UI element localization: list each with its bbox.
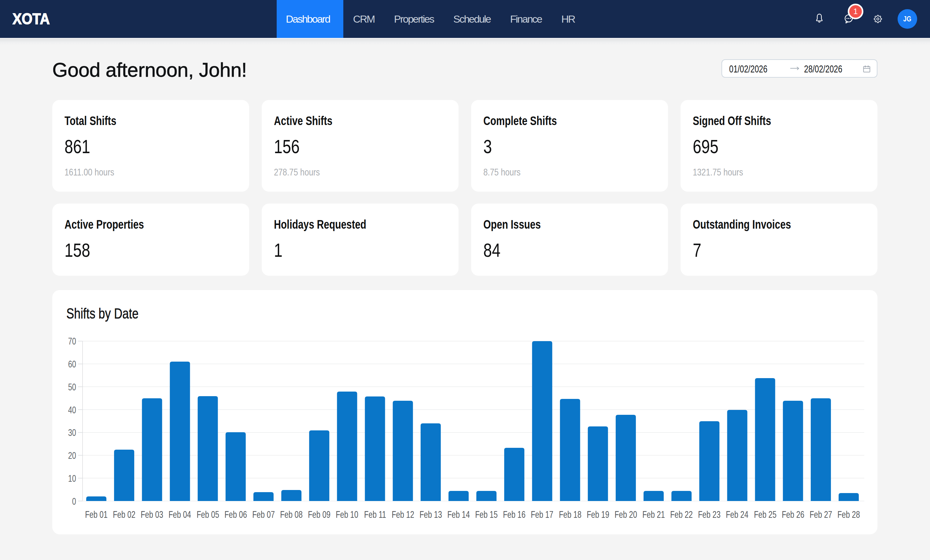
svg-text:Feb 13: Feb 13	[419, 509, 442, 520]
svg-text:Feb 06: Feb 06	[225, 509, 247, 520]
svg-text:Feb 09: Feb 09	[308, 509, 331, 520]
svg-text:Feb 24: Feb 24	[726, 509, 748, 520]
svg-text:Feb 03: Feb 03	[141, 509, 163, 520]
svg-text:Feb 12: Feb 12	[392, 509, 414, 520]
svg-text:50: 50	[68, 382, 76, 392]
svg-text:Feb 18: Feb 18	[559, 509, 582, 520]
svg-text:60: 60	[68, 359, 76, 369]
svg-text:Feb 19: Feb 19	[587, 509, 609, 520]
svg-text:Feb 28: Feb 28	[838, 509, 860, 520]
svg-text:Feb 14: Feb 14	[447, 509, 470, 520]
svg-text:20: 20	[68, 450, 76, 461]
svg-text:Feb 08: Feb 08	[280, 509, 303, 520]
svg-text:Feb 16: Feb 16	[503, 509, 525, 520]
svg-text:0: 0	[72, 496, 76, 506]
svg-text:10: 10	[68, 473, 76, 483]
svg-text:Feb 20: Feb 20	[614, 509, 637, 520]
svg-text:Feb 05: Feb 05	[197, 509, 219, 520]
svg-text:30: 30	[68, 427, 76, 438]
svg-text:Feb 15: Feb 15	[475, 509, 498, 520]
svg-text:Feb 23: Feb 23	[698, 509, 721, 520]
svg-text:Feb 04: Feb 04	[168, 509, 191, 520]
svg-text:Feb 25: Feb 25	[754, 509, 776, 520]
svg-text:Feb 21: Feb 21	[642, 509, 665, 520]
svg-text:Feb 10: Feb 10	[336, 509, 358, 520]
svg-text:Feb 27: Feb 27	[810, 509, 832, 520]
svg-text:Feb 02: Feb 02	[113, 509, 135, 520]
svg-text:Feb 26: Feb 26	[782, 509, 804, 520]
svg-text:Feb 07: Feb 07	[252, 509, 275, 520]
svg-text:Feb 01: Feb 01	[85, 509, 108, 520]
svg-text:Feb 22: Feb 22	[670, 509, 693, 520]
svg-text:70: 70	[68, 336, 76, 347]
svg-text:Feb 17: Feb 17	[531, 509, 553, 520]
svg-text:Feb 11: Feb 11	[364, 509, 386, 520]
svg-text:40: 40	[68, 405, 76, 415]
